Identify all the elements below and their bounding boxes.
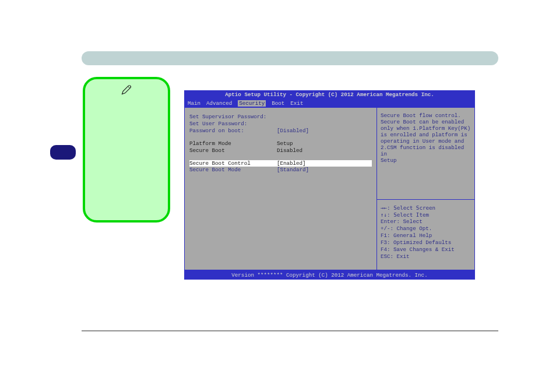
setting-value: [Standard] [277, 167, 309, 173]
side-badge [50, 145, 76, 160]
info-value: Disabled [277, 147, 302, 154]
setting-label: Secure Boot Control [189, 160, 277, 167]
key-hint: F1: General Help [381, 232, 471, 239]
key-hint: ESC: Exit [381, 253, 471, 260]
bios-tabs: Main Advanced Security Boot Exit [184, 99, 475, 108]
pencil-icon [121, 84, 132, 96]
setting-value: [Disabled] [277, 128, 309, 134]
header-bar [82, 51, 498, 65]
info-platform-mode: Platform Mode Setup [189, 140, 372, 147]
setting-label: Password on boot: [189, 128, 277, 134]
bios-key-help: →←: Select Screen ↑↓: Select Item Enter:… [377, 200, 474, 270]
tab-advanced[interactable]: Advanced [206, 100, 232, 107]
bios-right-panel: Secure Boot flow control. Secure Boot ca… [377, 108, 475, 270]
bios-help-text: Secure Boot flow control. Secure Boot ca… [377, 108, 474, 200]
setting-value: [Enabled] [277, 160, 306, 167]
setting-secure-boot-control[interactable]: Secure Boot Control [Enabled] [189, 160, 372, 167]
bios-window: Aptio Setup Utility - Copyright (C) 2012… [184, 90, 475, 278]
help-line: is enrolled and platform is [381, 132, 471, 138]
info-label: Secure Boot [189, 147, 277, 154]
setting-set-supervisor[interactable]: Set Supervisor Password: [189, 114, 372, 120]
setting-label: Set User Password: [189, 121, 277, 127]
key-hint: →←: Select Screen [381, 204, 471, 211]
setting-password-on-boot[interactable]: Password on boot: [Disabled] [189, 128, 372, 134]
svg-line-0 [128, 86, 130, 88]
info-label: Platform Mode [189, 140, 277, 147]
key-hint: Enter: Select [381, 218, 471, 225]
help-line: only when 1.Platform Key(PK) [381, 125, 471, 132]
help-line: Secure Boot can be enabled [381, 119, 471, 125]
note-box [83, 77, 170, 223]
separator-line [82, 330, 498, 331]
setting-secure-boot-mode[interactable]: Secure Boot Mode [Standard] [189, 167, 372, 173]
help-line: Secure Boot flow control. [381, 112, 471, 119]
key-hint: F4: Save Changes & Exit [381, 246, 471, 253]
bios-body: Set Supervisor Password: Set User Passwo… [184, 108, 475, 271]
setting-label: Secure Boot Mode [189, 167, 277, 173]
tab-exit[interactable]: Exit [290, 100, 303, 107]
help-line: Setup [381, 157, 471, 164]
info-secure-boot: Secure Boot Disabled [189, 147, 372, 154]
tab-main[interactable]: Main [188, 100, 200, 107]
key-hint: +/-: Change Opt. [381, 225, 471, 232]
bios-settings-panel: Set Supervisor Password: Set User Passwo… [184, 108, 377, 270]
bios-footer: Version ******** Copyright (C) 2012 Amer… [184, 271, 475, 280]
tab-security[interactable]: Security [238, 100, 266, 107]
help-line: 2.CSM function is disabled in [381, 144, 471, 157]
setting-set-user[interactable]: Set User Password: [189, 121, 372, 127]
key-hint: F3: Optimized Defaults [381, 239, 471, 246]
tab-boot[interactable]: Boot [272, 100, 284, 107]
setting-label: Set Supervisor Password: [189, 114, 277, 120]
help-line: operating in User mode and [381, 138, 471, 144]
info-value: Setup [277, 140, 293, 147]
bios-title: Aptio Setup Utility - Copyright (C) 2012… [184, 90, 475, 99]
key-hint: ↑↓: Select Item [381, 211, 471, 218]
